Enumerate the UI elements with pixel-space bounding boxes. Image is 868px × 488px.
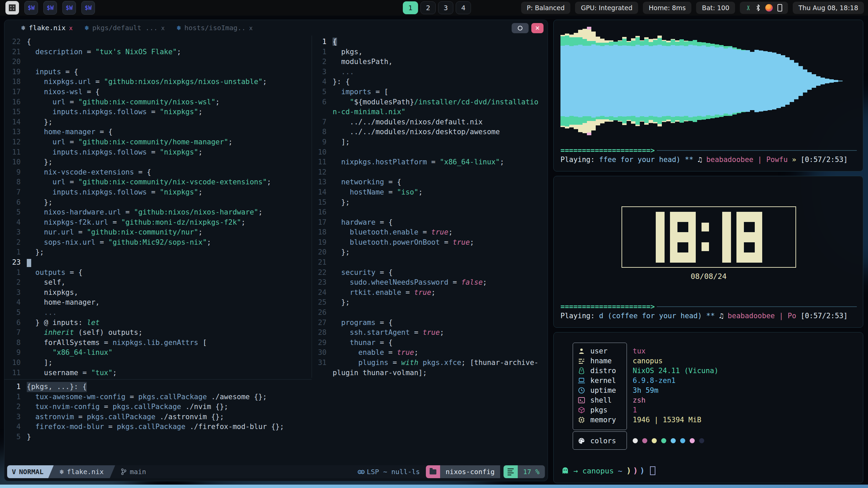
vim-icon: V bbox=[12, 468, 16, 476]
code-line: 24 rtkit.enable = true; bbox=[315, 288, 548, 298]
viz-column bbox=[785, 57, 790, 105]
tag-4[interactable]: 4 bbox=[456, 1, 471, 14]
clock-digit-8 bbox=[736, 212, 762, 263]
tab-close-icon[interactable]: x bbox=[161, 24, 165, 32]
fetch-row-distro: distro bbox=[577, 366, 616, 375]
fetch-value-user: tux bbox=[633, 346, 646, 356]
gear-icon: ⚙⚙ bbox=[357, 468, 363, 476]
code-line: 7 inherit (self) outputs; bbox=[9, 328, 312, 338]
ping-pill[interactable]: Home: 8ms bbox=[643, 2, 691, 14]
code-line: 9 ]; bbox=[315, 137, 548, 147]
tag-1[interactable]: 1 bbox=[403, 1, 418, 14]
tab-flake-nix[interactable]: ❄ flake.nix x bbox=[17, 24, 77, 32]
battery-pill[interactable]: Bat: 100 bbox=[696, 2, 735, 14]
artist-name: beabadoobee | Powfu bbox=[706, 156, 788, 164]
color-dot bbox=[690, 438, 695, 443]
phone-icon[interactable] bbox=[777, 4, 782, 12]
shell-prompt[interactable]: → canopus ~ ))) bbox=[561, 465, 655, 476]
code-line: 3 nur.url = "github:nix-community/nur"; bbox=[9, 227, 312, 238]
code-line: 2 self, bbox=[9, 278, 312, 288]
viz-column bbox=[807, 72, 812, 90]
clock-digit-1 bbox=[722, 212, 731, 263]
statusline-right: ⚙⚙ LSP ~ null-ls nixos-config 17 % bbox=[357, 465, 545, 478]
clock-pill[interactable]: Thu Aug 08, 18:18 bbox=[793, 2, 864, 14]
tab-close-icon[interactable]: x bbox=[249, 24, 253, 32]
file-segment: ❄ flake.nix bbox=[47, 465, 115, 478]
code-line: 20 }; bbox=[315, 247, 548, 258]
network-icon[interactable]: ✂ bbox=[745, 5, 752, 11]
editor-pane-pkgs[interactable]: 1{pkgs, ...}: {1 tux-awesome-wm-config =… bbox=[9, 382, 312, 442]
code-line: 3 astronvim = pkgs.callPackage ./astronv… bbox=[9, 412, 312, 422]
workspace-button-3[interactable]: $W bbox=[62, 1, 76, 15]
gpu-pill[interactable]: GPU: Integrated bbox=[575, 2, 638, 14]
color-dot bbox=[671, 438, 676, 443]
tab-close-icon[interactable]: x bbox=[69, 24, 73, 32]
nix-snowflake-icon: ❄ bbox=[85, 24, 89, 32]
viz-column bbox=[635, 36, 640, 126]
editor-pane-iso[interactable]: 1{1 pkgs,2 modulesPath,3 ...4}: {5 impor… bbox=[315, 37, 548, 378]
distro-icon bbox=[577, 367, 586, 374]
window-close-button[interactable]: ✕ bbox=[531, 23, 544, 33]
viz-column bbox=[675, 40, 679, 122]
audio-visualizer bbox=[560, 24, 857, 138]
code-line: 11 username = "tux"; bbox=[9, 368, 312, 378]
code-line: 13 networking = { bbox=[315, 177, 548, 187]
viz-column bbox=[763, 51, 768, 111]
code-line: 4}: { bbox=[315, 77, 548, 87]
viz-column bbox=[746, 50, 750, 112]
tag-3[interactable]: 3 bbox=[438, 1, 453, 14]
launcher-button[interactable] bbox=[5, 1, 19, 15]
fetch-label: distro bbox=[590, 367, 616, 375]
firefox-icon[interactable] bbox=[765, 4, 773, 12]
code-line: 7 ../../modules/nixos/default.nix bbox=[315, 117, 548, 127]
fetch-value-hname: canopus bbox=[633, 356, 663, 366]
track-progress: =====================> bbox=[560, 302, 857, 311]
file-label: flake.nix bbox=[67, 468, 103, 476]
now-playing: Playing: ffee for your head) ** ♫ beabad… bbox=[560, 156, 862, 165]
music-note-icon: ♫ bbox=[698, 156, 706, 164]
editor-pane-flake[interactable]: 22{21 description = "tux's NixOS Flake";… bbox=[9, 37, 312, 378]
workspace-button-1[interactable]: $W bbox=[24, 1, 38, 15]
viz-column bbox=[613, 42, 618, 120]
fetch-row-pkgs: pkgs bbox=[577, 405, 608, 415]
uptime-icon bbox=[577, 387, 586, 394]
packages-icon bbox=[577, 407, 586, 413]
viz-column bbox=[657, 36, 662, 126]
power-profile-pill[interactable]: P: Balanced bbox=[521, 2, 571, 14]
progress-rule bbox=[657, 150, 857, 151]
terminal-cursor bbox=[650, 466, 655, 475]
viz-column bbox=[732, 47, 737, 115]
code-line: 11 inputs.nixpkgs.follows = "nixpkgs"; bbox=[9, 147, 312, 158]
code-line: 22{ bbox=[9, 37, 312, 47]
project-segment: nixos-config bbox=[440, 465, 500, 478]
viz-column bbox=[829, 79, 834, 83]
viz-column bbox=[605, 40, 609, 122]
branch-segment: main bbox=[121, 468, 146, 476]
nix-snowflake-icon: ❄ bbox=[177, 24, 181, 32]
viz-column bbox=[838, 81, 843, 81]
track-time: [0:57/2:53] bbox=[801, 156, 848, 164]
viz-column bbox=[693, 40, 697, 122]
nix-snowflake-icon: ❄ bbox=[21, 24, 25, 32]
viz-column bbox=[649, 39, 653, 123]
tab-label: hosts/isoImag.. bbox=[184, 24, 246, 32]
tab-hosts-isoimage[interactable]: ❄ hosts/isoImag.. x bbox=[172, 24, 258, 32]
statusline-left: V NORMAL ❄ flake.nix main bbox=[7, 465, 146, 478]
clock-digit-8 bbox=[670, 212, 696, 263]
fetch-row-kernel: kernel bbox=[577, 375, 616, 385]
horizontal-split-divider[interactable] bbox=[4, 379, 312, 380]
progress-equals: =====================> bbox=[560, 303, 655, 311]
workspace-button-4[interactable]: $W bbox=[81, 1, 95, 15]
window-toggle-button[interactable] bbox=[512, 23, 529, 33]
viz-column bbox=[706, 43, 710, 119]
tag-2[interactable]: 2 bbox=[420, 1, 436, 14]
workspace-button-2[interactable]: $W bbox=[43, 1, 57, 15]
viz-column bbox=[627, 41, 631, 121]
bluetooth-icon[interactable] bbox=[756, 4, 761, 12]
vertical-split-divider[interactable] bbox=[312, 36, 312, 378]
code-line: 1{ bbox=[315, 37, 548, 47]
prompt-chevron: ) bbox=[640, 466, 645, 475]
code-line: 6 } @ inputs: let bbox=[9, 318, 312, 328]
tab-pkgs-default[interactable]: ❄ pkgs/default ... x bbox=[80, 24, 170, 32]
lsp-label: LSP ~ null-ls bbox=[367, 468, 420, 476]
